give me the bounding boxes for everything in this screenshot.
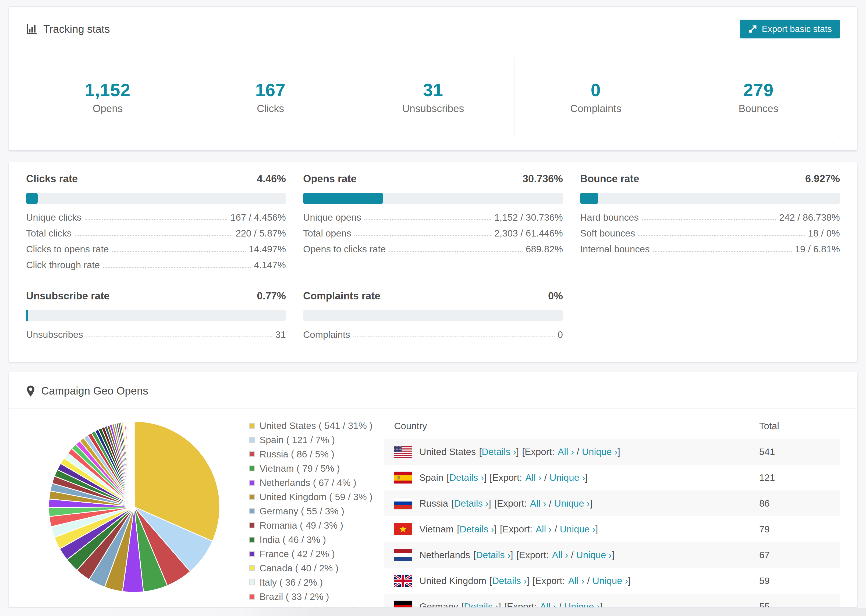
bracket: [ (479, 446, 482, 457)
map-pin-icon (26, 385, 35, 397)
rate-panel-value: 0.77% (257, 290, 286, 302)
bracket: [ (461, 601, 464, 608)
dotted-leader (354, 235, 491, 236)
export-all-link[interactable]: All › (530, 498, 546, 509)
dotted-leader (642, 219, 776, 220)
bracket: ] (600, 601, 602, 608)
export-all-link[interactable]: All › (535, 524, 552, 534)
dotted-leader (364, 219, 491, 220)
legend-item[interactable]: United Kingdom ( 59 / 3% ) (249, 492, 373, 502)
separator: / (576, 446, 579, 457)
country-flag-icon (394, 549, 412, 561)
rate-detail-label: Unique opens (303, 212, 361, 222)
legend-label: Netherlands ( 67 / 4% ) (260, 477, 356, 488)
legend-item[interactable]: Germany ( 55 / 3% ) (249, 506, 373, 517)
details-link[interactable]: Details › (492, 575, 527, 586)
export-all-link[interactable]: All › (552, 550, 568, 560)
details-link[interactable]: Details › (464, 601, 498, 608)
export-all-link[interactable]: All › (525, 472, 542, 483)
export-unique-link[interactable]: Unique › (564, 601, 600, 608)
rate-detail-row: Internal bounces 19 / 6.81% (580, 244, 840, 254)
legend-item[interactable]: Spain ( 121 / 7% ) (249, 435, 373, 445)
rate-detail-value: 0 (558, 330, 563, 339)
bracket: [ (522, 446, 525, 457)
export-all-link[interactable]: All › (568, 575, 584, 586)
country-flag-icon (394, 498, 412, 509)
details-link[interactable]: Details › (482, 446, 516, 457)
separator: / (571, 550, 574, 560)
legend-item[interactable]: South Africa ( 29 / 2% ) (249, 605, 373, 608)
counter-value: 31 (352, 80, 515, 100)
legend-item[interactable]: United States ( 541 / 31% ) (249, 420, 373, 431)
legend-item[interactable]: India ( 46 / 3% ) (249, 534, 373, 545)
legend-label: Romania ( 49 / 3% ) (260, 520, 343, 531)
bracket: [ (490, 575, 492, 586)
country-total: 59 (759, 575, 840, 586)
export-unique-link[interactable]: Unique › (592, 575, 628, 586)
details-link[interactable]: Details › (476, 550, 510, 560)
country-cell: Russia [Details ›] [Export:All ›/Unique … (384, 498, 759, 509)
counter-cell: 0 Complaints (514, 57, 677, 137)
rate-panel-head: Opens rate 30.736% (303, 173, 563, 185)
export-unique-link[interactable]: Unique › (554, 498, 590, 509)
rate-detail-row: Complaints 0 (303, 330, 563, 339)
counter-label: Complaints (515, 103, 677, 115)
export-unique-link[interactable]: Unique › (560, 524, 595, 534)
rate-detail-value: 1,152 / 30.736% (494, 212, 563, 222)
legend-label: Italy ( 36 / 2% ) (260, 577, 323, 588)
legend-swatch (249, 565, 255, 571)
progress-bar-fill (26, 193, 38, 204)
rate-detail-row: Unique opens 1,152 / 30.736% (303, 212, 563, 222)
details-link[interactable]: Details › (460, 524, 494, 534)
country-flag-icon (394, 472, 412, 484)
dotted-leader (85, 219, 227, 220)
details-link[interactable]: Details › (454, 498, 488, 509)
progress-bar (303, 310, 563, 321)
bracket: ] (590, 498, 592, 509)
country-name: Spain (419, 472, 444, 483)
dotted-leader (86, 336, 272, 337)
rate-detail-label: Complaints (303, 330, 350, 339)
bracket: [ (457, 524, 460, 534)
legend-item[interactable]: Russia ( 86 / 5% ) (249, 449, 373, 460)
rate-detail-label: Unsubscribes (26, 330, 83, 339)
rate-detail-label: Internal bounces (580, 244, 650, 254)
rate-panel-value: 4.46% (257, 173, 286, 185)
progress-bar-fill (303, 193, 383, 204)
counter-value: 0 (515, 80, 677, 100)
export-unique-link[interactable]: Unique › (576, 550, 612, 560)
legend-item[interactable]: Vietnam ( 79 / 5% ) (249, 463, 373, 474)
bracket: [ (447, 472, 449, 483)
legend-item[interactable]: Romania ( 49 / 3% ) (249, 520, 373, 531)
country-name: Vietnam (419, 524, 454, 534)
geo-pie-wrap (46, 418, 223, 597)
export-basic-stats-button[interactable]: Export basic stats (740, 20, 840, 38)
rate-detail-label: Unique clicks (26, 212, 82, 222)
bracket: [ (500, 524, 503, 534)
legend-item[interactable]: Netherlands ( 67 / 4% ) (249, 477, 373, 488)
rate-detail-value: 167 / 4.456% (230, 212, 286, 222)
legend-item[interactable]: Italy ( 36 / 2% ) (249, 577, 373, 588)
geo-pie-chart[interactable] (46, 418, 223, 596)
rate-panel-title: Bounce rate (580, 173, 639, 185)
legend-item[interactable]: Canada ( 40 / 2% ) (249, 563, 373, 574)
export-prefix: Export: (535, 575, 565, 586)
export-unique-link[interactable]: Unique › (582, 446, 617, 457)
rate-detail-value: 220 / 5.87% (236, 228, 286, 238)
export-all-link[interactable]: All › (540, 601, 556, 608)
bracket: ] (617, 446, 620, 457)
export-all-link[interactable]: All › (558, 446, 574, 457)
bracket: ] (628, 575, 631, 586)
legend-item[interactable]: France ( 42 / 2% ) (249, 548, 373, 559)
geo-title-wrap: Campaign Geo Opens (26, 385, 148, 397)
legend-swatch (249, 522, 255, 528)
legend-item[interactable]: Brazil ( 33 / 2% ) (249, 591, 373, 602)
legend-label: India ( 46 / 3% ) (260, 534, 326, 545)
counter-cell: 1,152 Opens (26, 57, 189, 137)
legend-swatch (249, 551, 255, 557)
export-unique-link[interactable]: Unique › (550, 472, 585, 483)
progress-bar (303, 193, 563, 204)
details-link[interactable]: Details › (449, 472, 484, 483)
rate-detail-value: 19 / 6.81% (795, 244, 840, 254)
bracket: [ (516, 550, 519, 560)
